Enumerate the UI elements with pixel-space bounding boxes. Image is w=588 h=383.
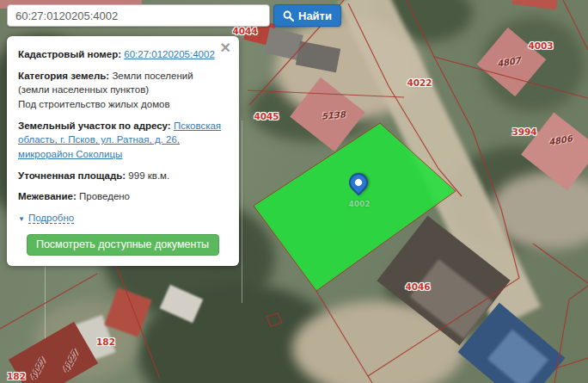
land-category-row: Категория земель: Земли поселений (земли… bbox=[18, 69, 227, 112]
close-icon[interactable]: ✕ bbox=[220, 41, 231, 55]
cadastral-map-app: 4044404540224003399440461991821824807480… bbox=[0, 0, 588, 383]
parcel-number-label: 4046 bbox=[405, 281, 430, 292]
parcel-number-label: 4044 bbox=[232, 26, 257, 36]
cadastral-number-row: Кадастровый номер: 60:27:0120205:4002 bbox=[18, 47, 227, 62]
address-row: Земельный участок по адресу: Псковская о… bbox=[18, 119, 227, 162]
area-row: Уточненная площадь: 999 кв.м. bbox=[18, 169, 227, 183]
selected-parcel-label: 4002 bbox=[348, 200, 370, 208]
survey-row: Межевание: Проведено bbox=[18, 189, 227, 204]
search-button[interactable]: Найти bbox=[273, 4, 341, 27]
parcel-number-label: 182 bbox=[7, 371, 26, 381]
chevron-down-icon: ▼ bbox=[18, 214, 25, 225]
parcel-info-card: ✕ Кадастровый номер: 60:27:0120205:4002 … bbox=[7, 36, 239, 266]
view-documents-button[interactable]: Посмотреть доступные документы bbox=[27, 234, 219, 256]
parcel-number-label: 4003 bbox=[528, 40, 553, 51]
details-toggle[interactable]: ▼Подробно bbox=[18, 211, 227, 225]
land-category-label: Категория земель: bbox=[18, 71, 109, 81]
address-label: Земельный участок по адресу: bbox=[18, 120, 171, 131]
survey-label: Межевание: bbox=[18, 191, 77, 201]
parcel-number-label: 4022 bbox=[407, 77, 432, 88]
parcel-number-label: 182 bbox=[96, 337, 115, 347]
area-value: 999 кв.м. bbox=[128, 170, 169, 181]
cadastral-number-link[interactable]: 60:27:0120205:4002 bbox=[124, 49, 215, 59]
area-label: Уточненная площадь: bbox=[18, 170, 126, 181]
parcel-number-label: 4045 bbox=[254, 111, 279, 121]
land-use-value: Под строительство жилых домов bbox=[18, 99, 170, 109]
survey-value: Проведено bbox=[79, 191, 130, 201]
details-label: Подробно bbox=[28, 213, 74, 224]
cadastral-number-label: Кадастровый номер: bbox=[18, 49, 121, 59]
magnifier-icon bbox=[283, 10, 294, 22]
search-bar: Найти bbox=[7, 4, 341, 27]
search-input[interactable] bbox=[7, 4, 270, 27]
parcel-number-label: 3994 bbox=[511, 127, 536, 137]
search-button-label: Найти bbox=[298, 9, 332, 22]
